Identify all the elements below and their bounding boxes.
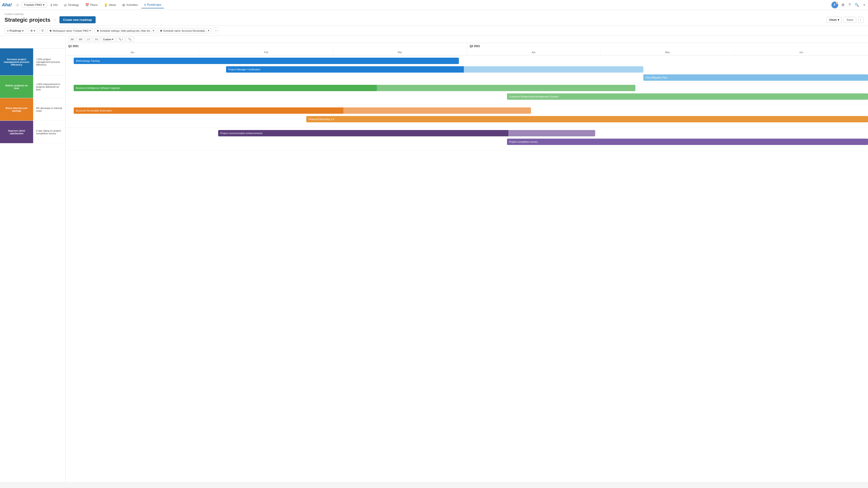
favorite-star-icon[interactable]: ☆ — [53, 18, 57, 22]
info-icon: ℹ — [51, 3, 52, 7]
ideas-icon: 💡 — [104, 3, 107, 7]
workspace-selector[interactable]: Fredwin PMO ▾ — [22, 2, 47, 8]
bar-financial-reporting[interactable]: Financial Reporting 2.0 — [306, 116, 868, 122]
left-panel: Increase project management process effi… — [0, 36, 66, 482]
zoom-out-button[interactable]: 🔍- — [126, 37, 134, 41]
month-jun: Jun — [735, 49, 868, 55]
add-filter-button[interactable]: + — [213, 28, 219, 34]
bars-row-1: Methodology Training Project Manager Cer… — [66, 55, 868, 83]
zoom-custom-button[interactable]: Custom ▾ — [101, 37, 116, 41]
activities-icon: ⊞ — [122, 3, 125, 7]
gantt-top-bar: 3M 6M 1Y Fit Custom ▾ 🔍+ 🔍- — [66, 36, 868, 43]
chevron-down-icon: ▾ — [838, 18, 839, 22]
chevron-down-icon: ▾ — [112, 38, 114, 41]
bars-row-3: Accounts Receivable Automation Financial… — [66, 105, 868, 128]
nav-item-roadmaps[interactable]: ≡ Roadmaps — [142, 2, 164, 8]
gantt-bars-area: Methodology Training Project Manager Cer… — [66, 55, 868, 482]
bar-bi-upgrade[interactable]: Business Intelligence Software Upgrade — [74, 85, 636, 91]
nav-item-activities[interactable]: ⊞ Activities — [120, 2, 141, 8]
logo[interactable]: Aha! — [2, 2, 12, 7]
zoom-6m-button[interactable]: 6M — [76, 37, 84, 41]
roadmaps-icon: ≡ — [144, 3, 146, 6]
settings-icon[interactable]: ⚙ — [840, 2, 845, 8]
bar-comm-enhancements[interactable]: Project communication enhancements — [218, 130, 595, 136]
workspace-label: Fredwin PMO — [24, 3, 42, 6]
zoom-1y-button[interactable]: 1Y — [85, 37, 92, 41]
views-button[interactable]: Views ▾ — [827, 17, 842, 23]
zoom-fit-button[interactable]: Fit — [93, 37, 100, 41]
bar-ar-automation[interactable]: Accounts Receivable Automation — [74, 108, 531, 114]
filter-icon: ▽ — [41, 29, 43, 32]
save-button[interactable]: Save — [844, 17, 856, 23]
top-nav: Aha! ⌂ Fredwin PMO ▾ ℹ Info ◎ Strategy 📅… — [0, 0, 868, 10]
chevron-down-icon: ▾ — [90, 29, 91, 32]
help-icon[interactable]: ? — [848, 2, 851, 8]
add-icon[interactable]: + — [862, 2, 866, 8]
bar-pm-certification[interactable]: Project Manager Certification — [226, 66, 643, 72]
page-title: Strategic projects — [4, 17, 51, 23]
toolbar: ≡ Roadmap ▾ ⚙ ▾ ▽ ◉ Workspace name: Fred… — [0, 26, 868, 36]
row-client-satisfaction: Improve client satisfaction 4 star ratin… — [0, 121, 65, 143]
row-label-cost: Drive internal cost savings — [0, 98, 33, 121]
left-rows: Increase project management process effi… — [0, 49, 65, 482]
strategy-icon: ◎ — [64, 3, 67, 7]
chevron-down-icon: ▾ — [34, 29, 35, 32]
row-increase-pm: Increase project management process effi… — [0, 49, 65, 75]
row-metric-cost: 8% decrease in internal costs — [33, 98, 65, 121]
nav-item-plans[interactable]: 📅 Plans — [83, 2, 100, 8]
zoom-in-button[interactable]: 🔍+ — [116, 37, 125, 41]
avatar[interactable]: F — [831, 2, 838, 8]
bar-methodology-training[interactable]: Methodology Training — [74, 58, 459, 64]
filter-button[interactable]: ▽ — [39, 28, 46, 34]
row-deliver-on-time: Deliver projects on time +15% improvemen… — [0, 75, 65, 98]
month-may: May — [600, 49, 735, 55]
home-button[interactable]: ⌂ — [14, 2, 21, 8]
chevron-down-icon: ▾ — [43, 3, 44, 6]
settings-dropdown[interactable]: ⚙ ▾ — [28, 28, 37, 34]
roadmap-dropdown[interactable]: ≡ Roadmap ▾ — [4, 28, 26, 34]
create-roadmap-button[interactable]: Create new roadmap — [59, 16, 96, 23]
notification-dot — [836, 2, 838, 4]
chevron-down-icon: ▾ — [22, 29, 24, 32]
right-panel: 3M 6M 1Y Fit Custom ▾ 🔍+ 🔍- Q1 2021 Q2 2… — [66, 36, 868, 482]
nav-item-strategy[interactable]: ◎ Strategy — [61, 2, 81, 8]
chevron-down-icon: ▾ — [153, 29, 154, 32]
zoom-3m-button[interactable]: 3M — [68, 37, 76, 41]
nav-item-info[interactable]: ℹ Info — [48, 2, 61, 8]
schedule-settings-icon: ◉ — [97, 29, 99, 32]
quarter-q2: Q2 2021 — [467, 43, 868, 49]
month-jan: Jan — [66, 49, 199, 55]
quarter-row: Q1 2021 Q2 2021 — [66, 43, 868, 49]
chevron-down-icon: ▾ — [208, 29, 209, 32]
bar-crm[interactable]: Customer Relationship Management System — [507, 93, 868, 100]
row-metric-client: 4 star rating on project completion surv… — [33, 121, 65, 143]
row-label-deliver: Deliver projects on time — [0, 75, 33, 98]
bar-risk-mitigation[interactable]: Risk Mitigation Plan — [643, 74, 868, 81]
roadmap-filter-icon: ≡ — [7, 29, 8, 32]
search-icon[interactable]: 🔍 — [854, 2, 860, 8]
month-feb: Feb — [199, 49, 333, 55]
title-row: Strategic projects ☆ Create new roadmap … — [4, 16, 864, 26]
share-button[interactable]: ↑ — [858, 17, 864, 23]
row-label-increase-pm: Increase project management process effi… — [0, 49, 33, 75]
month-row: Jan Feb Mar Apr May Jun — [66, 49, 868, 55]
bar-completion-survey[interactable]: Project completion survey — [507, 139, 868, 145]
bars-row-4: Project communication enhancements Proje… — [66, 128, 868, 150]
row-label-client: Improve client satisfaction — [0, 121, 33, 143]
nav-right: F ⚙ ? 🔍 + — [831, 2, 866, 8]
month-apr: Apr — [467, 49, 600, 55]
schedule-name-tag[interactable]: ◉ Schedule name: Accounts Receivable... … — [158, 28, 211, 33]
zoom-controls: 3M 6M 1Y Fit Custom ▾ 🔍+ 🔍- — [68, 37, 134, 41]
breadcrumb: Custom roadmap — [4, 13, 864, 16]
workspace-filter-icon: ◉ — [50, 29, 52, 32]
bars-row-2: Business Intelligence Software Upgrade C… — [66, 83, 868, 105]
gear-icon: ⚙ — [30, 29, 33, 32]
quarter-q1: Q1 2021 — [66, 43, 467, 49]
row-cost-savings: Drive internal cost savings 8% decrease … — [0, 98, 65, 121]
schedule-settings-tag[interactable]: ◉ Schedule settings: Hide parking lots, … — [95, 28, 156, 33]
timeline-header: Q1 2021 Q2 2021 Jan Feb Mar Apr May Jun — [66, 43, 868, 55]
row-metric-deliver: +15% improvement in projects delivered o… — [33, 75, 65, 98]
nav-item-ideas[interactable]: 💡 Ideas — [101, 2, 119, 8]
month-mar: Mar — [333, 49, 467, 55]
workspace-filter-tag[interactable]: ◉ Workspace name: Fredwin PMO ▾ — [48, 28, 93, 33]
